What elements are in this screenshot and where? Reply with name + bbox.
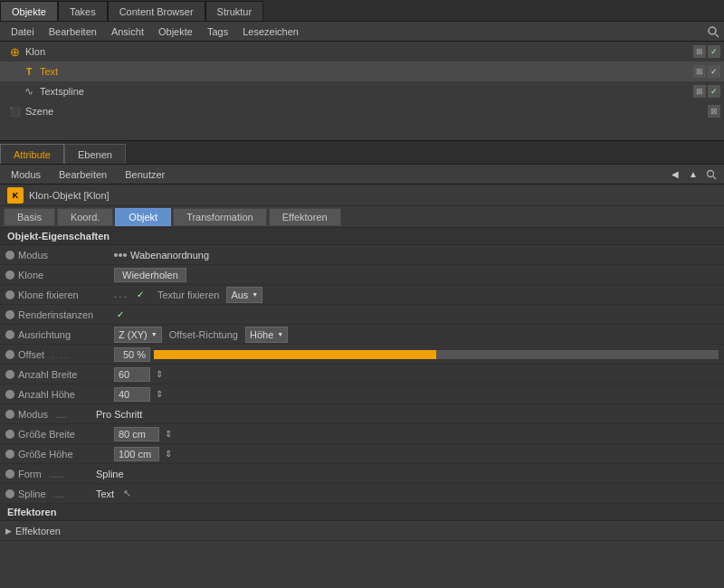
properties-section: Objekt-Eigenschaften Modus Wabenanordnun… [0, 228, 724, 504]
svg-line-3 [713, 176, 716, 179]
menu-bar: Datei Bearbeiten Ansicht Objekte Tags Le… [0, 22, 724, 42]
label-textur: Textur fixieren [157, 289, 219, 300]
list-item[interactable]: T Text ⊠ ✓ [0, 62, 724, 81]
prop-dot [5, 390, 14, 399]
prop-label-modus: Modus [5, 250, 114, 261]
check-vis[interactable]: ⊠ [693, 45, 706, 58]
prop-label-renderinstanzen: Renderinstanzen [5, 309, 114, 320]
tab-objekte[interactable]: Objekte [0, 1, 58, 21]
prop-label-klone-fixieren: Klone fixieren [5, 289, 114, 300]
offset-richtung-dropdown[interactable]: Höhe [245, 327, 288, 343]
prop-row-renderinstanzen: Renderinstanzen ✓ [0, 305, 724, 325]
prop-dot [5, 469, 14, 479]
groesse-hoehe-input[interactable]: 100 cm [114, 447, 159, 461]
prop-dot [5, 370, 14, 379]
list-item[interactable]: ⬛ Szene ⊠ [0, 101, 724, 121]
ausrichtung-dropdown[interactable]: Z (XY) [114, 327, 162, 343]
obj-checks-text: ⊠ ✓ [693, 65, 720, 78]
stepper-icon2[interactable]: ⇕ [156, 389, 163, 399]
check-klone-fix[interactable]: ✓ [134, 289, 147, 301]
tab-effektoren[interactable]: Effektoren [269, 208, 341, 226]
prop-dot [5, 330, 14, 339]
menu-lesezeichen[interactable]: Lesezeichen [235, 24, 306, 39]
klone-dropdown[interactable]: Wiederholen [114, 268, 186, 282]
prop-value-anzahl-hoehe: 40 ⇕ [114, 387, 719, 402]
check-vis3[interactable]: ⊠ [693, 85, 706, 98]
tab-takes[interactable]: Takes [58, 1, 108, 21]
prop-label-anzahl-breite: Anzahl Breite [5, 369, 114, 380]
toolbar-arrows: ◀ ▲ [668, 167, 719, 182]
anzahl-hoehe-input[interactable]: 40 [114, 387, 150, 402]
tab-objekt[interactable]: Objekt [115, 208, 171, 226]
check-render[interactable]: ✓ [708, 45, 720, 58]
tab-struktur[interactable]: Struktur [205, 1, 264, 21]
effektoren-section-header: Effektoren [0, 504, 724, 521]
list-item[interactable]: ∿ Textspline ⊠ ✓ [0, 81, 724, 101]
effektoren-section: Effektoren ▶ Effektoren [0, 504, 724, 541]
tab-content-browser[interactable]: Content Browser [108, 1, 205, 21]
prop-value-klone[interactable]: Wiederholen [114, 268, 719, 282]
menu-ansicht[interactable]: Ansicht [104, 24, 151, 39]
tab-attribute[interactable]: Attribute [0, 144, 64, 164]
obj-name-szene: Szene [25, 106, 708, 117]
textspline-icon: ∿ [22, 84, 36, 99]
check-vis2[interactable]: ⊠ [693, 65, 706, 78]
check-render3[interactable]: ✓ [708, 85, 720, 98]
prop-value-form: Spline [96, 469, 719, 479]
prop-label-ausrichtung: Ausrichtung [5, 329, 114, 340]
prop-value-groesse-breite: 80 cm ⇕ [114, 427, 719, 441]
menu-bearbeiten[interactable]: Bearbeiten [42, 24, 104, 39]
offset-value[interactable]: 50 % [114, 347, 150, 362]
tab-ebenen[interactable]: Ebenen [64, 144, 126, 164]
prop-row-spline: Spline ...... Text ↖ [0, 484, 724, 504]
top-tab-bar: Objekte Takes Content Browser Struktur [0, 0, 724, 22]
stepper-icon4[interactable]: ⇕ [165, 449, 172, 459]
obj-name-textspline: Textspline [40, 86, 693, 97]
search-attr-icon[interactable] [704, 167, 719, 182]
obj-checks-textspline: ⊠ ✓ [693, 85, 720, 98]
prop-dot [5, 350, 14, 359]
prop-row-offset: Offset . . . . . 50 % [0, 345, 724, 365]
toolbar-benutzer[interactable]: Benutzer [119, 167, 170, 182]
toolbar-bearbeiten[interactable]: Bearbeiten [53, 167, 112, 182]
prop-row-klone-fixieren: Klone fixieren . . . ✓ Textur fixieren A… [0, 285, 724, 305]
arrow-up-icon[interactable]: ▲ [686, 167, 700, 182]
menu-tags[interactable]: Tags [200, 24, 235, 39]
prop-dot [5, 310, 14, 319]
prop-row-anzahl-hoehe: Anzahl Höhe 40 ⇕ [0, 384, 724, 404]
prop-row-groesse-breite: Größe Breite 80 cm ⇕ [0, 424, 724, 444]
stepper-icon[interactable]: ⇕ [156, 369, 163, 379]
menu-datei[interactable]: Datei [4, 24, 42, 39]
section-header-objekt-eigenschaften: Objekt-Eigenschaften [0, 228, 724, 245]
prop-row-ausrichtung: Ausrichtung Z (XY) Offset-Richtung Höhe [0, 325, 724, 345]
prop-row-modus2: Modus ...... Pro Schritt [0, 404, 724, 424]
prop-label-offset: Offset . . . . . [5, 349, 114, 360]
stepper-icon3[interactable]: ⇕ [165, 429, 172, 439]
textur-dropdown[interactable]: Aus [226, 287, 262, 303]
prop-value-groesse-hoehe: 100 cm ⇕ [114, 447, 719, 461]
search-icon[interactable] [706, 24, 720, 39]
klon-icon: ⊕ [7, 44, 22, 59]
groesse-breite-input[interactable]: 80 cm [114, 427, 159, 441]
panel-title: Klon-Objekt [Klon] [29, 190, 110, 201]
prop-value-modus: Wabenanordnung [114, 250, 719, 261]
menu-objekte[interactable]: Objekte [151, 24, 200, 39]
prop-label-spline: Spline ...... [5, 488, 96, 499]
check-render-inst[interactable]: ✓ [114, 308, 127, 321]
arrow-left-icon[interactable]: ◀ [668, 167, 682, 182]
prop-dot [5, 410, 14, 419]
tab-koord[interactable]: Koord. [57, 208, 113, 226]
check-render2[interactable]: ✓ [708, 65, 720, 78]
attribute-tab-bar: Attribute Ebenen [0, 141, 724, 165]
prop-label-anzahl-hoehe: Anzahl Höhe [5, 389, 114, 400]
check-vis4[interactable]: ⊠ [708, 105, 720, 118]
tab-transformation[interactable]: Transformation [173, 208, 267, 226]
tab-basis[interactable]: Basis [4, 208, 55, 226]
offset-slider-track[interactable] [154, 350, 719, 359]
list-item[interactable]: ⊕ Klon ⊠ ✓ [0, 42, 724, 62]
prop-dot [5, 450, 14, 459]
prop-label-groesse-breite: Größe Breite [5, 429, 114, 440]
anzahl-breite-input[interactable]: 60 [114, 367, 150, 382]
toolbar-modus[interactable]: Modus [5, 167, 46, 182]
panel-header: K Klon-Objekt [Klon] [0, 185, 724, 206]
